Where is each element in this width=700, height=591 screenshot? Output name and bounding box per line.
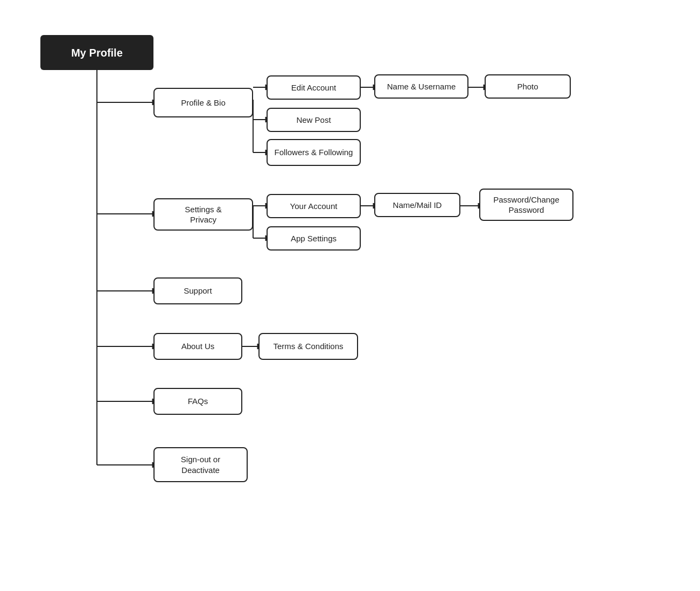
- faqs-label: FAQs: [188, 396, 208, 407]
- terms-node: Terms & Conditions: [258, 333, 358, 360]
- app-settings-node: App Settings: [267, 226, 361, 251]
- root-label: My Profile: [71, 46, 123, 60]
- photo-label: Photo: [517, 81, 538, 92]
- password-change-node: Password/Change Password: [479, 189, 573, 221]
- app-settings-label: App Settings: [291, 233, 337, 244]
- name-mail-label: Name/Mail ID: [393, 200, 442, 211]
- root-node: My Profile: [40, 35, 153, 70]
- support-node: Support: [153, 277, 242, 304]
- your-account-node: Your Account: [267, 194, 361, 218]
- settings-privacy-label: Settings & Privacy: [185, 204, 221, 225]
- edit-account-node: Edit Account: [267, 75, 361, 100]
- diagram: My Profile Profile & Bio Edit Account Ne…: [0, 0, 700, 591]
- photo-node: Photo: [485, 74, 571, 99]
- signout-label: Sign-out or Deactivate: [181, 454, 220, 475]
- settings-privacy-node: Settings & Privacy: [153, 198, 253, 231]
- name-mail-node: Name/Mail ID: [374, 193, 460, 217]
- followers-label: Followers & Following: [275, 147, 353, 158]
- followers-node: Followers & Following: [267, 139, 361, 166]
- signout-node: Sign-out or Deactivate: [153, 447, 248, 482]
- about-us-label: About Us: [181, 341, 215, 352]
- profile-bio-node: Profile & Bio: [153, 88, 253, 117]
- new-post-node: New Post: [267, 108, 361, 132]
- edit-account-label: Edit Account: [291, 82, 336, 93]
- new-post-label: New Post: [296, 115, 331, 126]
- name-username-label: Name & Username: [387, 81, 456, 92]
- your-account-label: Your Account: [290, 201, 338, 212]
- about-us-node: About Us: [153, 333, 242, 360]
- terms-label: Terms & Conditions: [273, 341, 343, 352]
- support-label: Support: [184, 286, 212, 296]
- name-username-node: Name & Username: [374, 74, 468, 99]
- profile-bio-label: Profile & Bio: [181, 98, 226, 108]
- faqs-node: FAQs: [153, 388, 242, 415]
- password-change-label: Password/Change Password: [493, 194, 559, 215]
